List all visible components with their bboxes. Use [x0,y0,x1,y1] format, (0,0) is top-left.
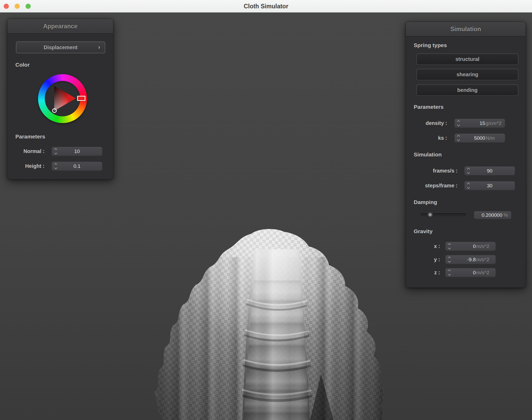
height-field[interactable]: 0.1 [51,161,103,171]
gravity-z-value: 0 [444,268,476,277]
gravity-x-field[interactable]: 0 m/s^2 [445,241,496,251]
displacement-button-label: Displacement [44,44,77,50]
spring-button-label: bending [457,87,478,93]
simulation-parameters-label: Parameters [414,104,443,110]
ks-value: 5000 [454,134,485,142]
damping-value-field[interactable]: 0.200000 % [474,211,512,219]
density-unit: g/cm^2 [486,119,502,128]
spring-button-shearing[interactable]: shearing [416,69,518,80]
ks-field[interactable]: 5000 N/m [454,133,505,143]
gravity-x-label: x : [414,241,440,251]
cloth-render [139,218,396,420]
density-field[interactable]: 15 g/cm^2 [454,118,505,128]
gravity-label: Gravity [414,228,432,234]
color-label: Color [15,62,30,68]
frames-field[interactable]: 90 [464,166,515,176]
gravity-z-field[interactable]: 0 m/s^2 [445,268,496,277]
damping-slider-thumb[interactable] [427,212,433,218]
ks-label: ks : [414,133,447,143]
gravity-y-value: -9.8 [444,255,476,264]
frames-label: frames/s : [414,166,457,176]
height-label: Height : [15,161,45,171]
density-value: 15 [454,119,485,128]
gravity-y-label: y : [414,255,440,264]
spring-button-bending[interactable]: bending [416,84,518,96]
steps-label: steps/frame : [414,181,457,190]
spring-button-label: structural [455,56,479,62]
appearance-parameters-label: Parameters [15,133,45,140]
displacement-button[interactable]: Displacement › [16,41,105,53]
window-titlebar: Cloth Simulator [0,0,532,12]
damping-value: 0.200000 [474,211,502,219]
damping-label: Damping [414,199,437,205]
steps-field[interactable]: 30 [464,181,515,190]
ks-unit: N/m [486,134,502,142]
density-label: density : [414,118,447,128]
simulation-panel: Simulation Spring types structural shear… [406,22,526,288]
hue-selector[interactable] [77,96,85,101]
appearance-panel-header: Appearance [8,19,113,34]
spring-button-structural[interactable]: structural [416,53,518,65]
normal-value: 10 [52,147,102,156]
damping-unit: % [504,211,508,219]
simulation-section-label: Simulation [414,151,442,158]
simulation-panel-header: Simulation [406,22,525,37]
steps-value: 30 [465,181,515,190]
gravity-y-unit: m/s^2 [476,255,493,264]
chevron-right-icon: › [98,42,100,53]
gravity-y-field[interactable]: -9.8 m/s^2 [445,255,496,264]
gravity-z-label: z : [414,268,440,277]
sv-selector[interactable] [52,108,57,113]
spring-button-label: shearing [456,72,478,77]
gravity-x-unit: m/s^2 [476,242,493,251]
window-title: Cloth Simulator [0,0,532,12]
gravity-z-unit: m/s^2 [476,268,493,277]
appearance-panel: Appearance Displacement › Color Paramete… [7,19,113,179]
gravity-x-value: 0 [444,242,476,251]
height-value: 0.1 [52,162,102,170]
normal-field[interactable]: 10 [51,147,103,156]
normal-label: Normal : [15,147,45,156]
frames-value: 90 [465,167,515,175]
spring-types-label: Spring types [414,42,447,48]
